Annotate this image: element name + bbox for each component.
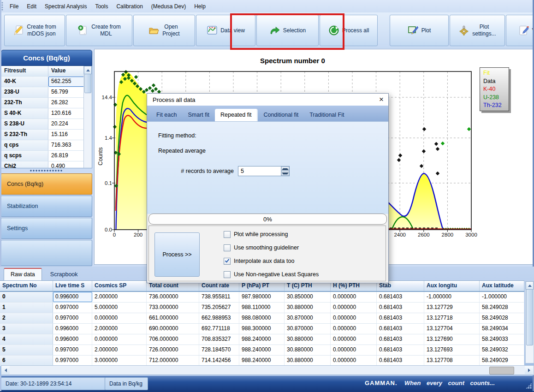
table-cell[interactable]: 58.249033	[480, 334, 524, 344]
table-cell[interactable]: 987.980000	[239, 292, 285, 302]
dialog-title-bar[interactable]: Process all data ×	[147, 94, 388, 106]
splitter-grip[interactable]	[1, 168, 92, 172]
table-cell[interactable]: 733.000000	[147, 303, 199, 313]
table-cell[interactable]: 13.127708	[424, 356, 480, 366]
table-cell[interactable]: 13.127690	[424, 334, 480, 344]
records-to-average-value[interactable]: 5	[238, 166, 281, 176]
toolbar-button-create-from-mdos-json[interactable]: Create from mDOS json	[4, 15, 65, 46]
table-cell[interactable]: 30.870000	[285, 324, 331, 334]
table-cell[interactable]: 0.681403	[377, 324, 424, 334]
menu-item-calibration[interactable]: Calibration	[112, 1, 147, 12]
table-cell[interactable]: 726.000000	[147, 345, 199, 355]
table-cell[interactable]: 738.955811	[199, 292, 239, 302]
menu-item-help[interactable]: Help	[190, 1, 210, 12]
table-cell[interactable]: 30.850000	[285, 292, 331, 302]
toolbar-button-data-view[interactable]: Data view	[196, 15, 255, 46]
checkbox-box[interactable]	[224, 271, 231, 278]
checkbox-use-non-negative-least-squares[interactable]: Use Non-negative Least Squares	[224, 270, 319, 279]
table-cell[interactable]: 0.681403	[377, 313, 424, 323]
table-cell[interactable]: 0.996000	[53, 334, 92, 344]
sidebar-item-settings[interactable]: Settings	[1, 218, 92, 239]
table-cell[interactable]: 728.184570	[199, 345, 239, 355]
menu-item-spectral-analysis[interactable]: Spectral Analysis	[41, 1, 91, 12]
toolbar-button-selection[interactable]: Selection	[256, 15, 319, 46]
table-cell[interactable]: 0.000000	[331, 303, 377, 313]
table-cell[interactable]: 988.080000	[239, 313, 285, 323]
toolbar-button-process-all[interactable]: Process all	[320, 15, 378, 46]
table-cell[interactable]: 1	[0, 303, 53, 313]
table-cell[interactable]: 5	[0, 345, 53, 355]
checkbox-box[interactable]	[224, 231, 231, 238]
table-cell[interactable]: 0.681403	[377, 356, 424, 366]
table-cell[interactable]: 58.249034	[480, 324, 524, 334]
records-to-average-stepper[interactable]: 5	[238, 166, 290, 176]
table-cell[interactable]: 690.000000	[147, 324, 199, 334]
scroll-right-icon[interactable]	[525, 366, 533, 374]
table-cell[interactable]: 712.000000	[147, 356, 199, 366]
table-cell[interactable]: 0.997000	[53, 303, 92, 313]
table-cell[interactable]: 4	[0, 334, 53, 344]
tab-smart-fit[interactable]: Smart fit	[182, 109, 215, 121]
table-cell[interactable]: 58.249032	[480, 345, 524, 355]
process-button[interactable]: Process >>	[154, 232, 200, 277]
spin-up-icon[interactable]	[281, 166, 289, 171]
table-cell[interactable]: 0.681403	[377, 292, 424, 302]
scroll-up-icon[interactable]	[526, 281, 534, 290]
table-cell[interactable]: 0.000000	[331, 313, 377, 323]
table-cell[interactable]: 58.249028	[480, 303, 524, 313]
menubar-drag-grip[interactable]	[1, 2, 4, 11]
tab-repeated-fit[interactable]: Repeated fit	[215, 109, 258, 121]
checkbox-interpolate-aux-data-too[interactable]: Interpolate aux data too	[224, 257, 294, 265]
table-cell[interactable]: 714.142456	[199, 356, 239, 366]
menu-item-medusa-dev[interactable]: (Medusa Dev)	[147, 1, 190, 12]
table-cell[interactable]: 0.000000	[331, 345, 377, 355]
table-cell[interactable]: 3.000000	[92, 356, 147, 366]
table-cell[interactable]: 30.880000	[285, 334, 331, 344]
table-cell[interactable]: 0.000000	[92, 334, 147, 344]
table-cell[interactable]: 662.988953	[199, 313, 239, 323]
resize-grip[interactable]	[526, 383, 532, 389]
toolbar-button-plot-settings[interactable]: Plot settings...	[450, 15, 505, 46]
table-cell[interactable]: 0.000000	[331, 292, 377, 302]
table-cell[interactable]: 988.240000	[239, 334, 285, 344]
tab-conditional-fit[interactable]: Conditional fit	[258, 109, 304, 121]
table-cell[interactable]: 2.000000	[92, 292, 147, 302]
toolbar-button-plot[interactable]: Plot	[390, 15, 449, 46]
raw-data-vscrollbar[interactable]	[525, 281, 534, 363]
scroll-up-icon[interactable]	[84, 66, 92, 74]
table-cell[interactable]: 58.249028	[480, 313, 524, 323]
table-cell[interactable]: -1.000000	[480, 292, 524, 302]
table-cell[interactable]: 0.000000	[331, 356, 377, 366]
checkbox-box[interactable]	[224, 244, 231, 251]
menu-item-tools[interactable]: Tools	[91, 1, 112, 12]
table-cell[interactable]: 0.996000	[53, 292, 92, 302]
table-cell[interactable]: 0.997000	[53, 356, 92, 366]
table-cell[interactable]: 3	[0, 324, 53, 334]
table-cell[interactable]: 0.997000	[53, 345, 92, 355]
table-cell[interactable]: 988.240000	[239, 356, 285, 366]
table-cell[interactable]: 0.996000	[53, 324, 92, 334]
table-cell[interactable]: 735.205627	[199, 303, 239, 313]
table-cell[interactable]: 0.000000	[331, 324, 377, 334]
sidebar-item-concs-bq-kg[interactable]: Concs (Bq/kg)	[1, 173, 92, 195]
table-cell[interactable]: 5.000000	[92, 303, 147, 313]
spin-down-icon[interactable]	[281, 171, 289, 176]
table-cell[interactable]: 0.681403	[377, 334, 424, 344]
scrollbar-thumb[interactable]	[84, 74, 91, 93]
fit-results-scrollbar[interactable]	[83, 66, 92, 168]
tab-traditional-fit[interactable]: Traditional Fit	[304, 109, 350, 121]
table-cell[interactable]: 30.880000	[285, 345, 331, 355]
table-cell[interactable]: 13.127693	[424, 345, 480, 355]
table-cell[interactable]: 30.870000	[285, 313, 331, 323]
table-cell[interactable]: 708.835327	[199, 334, 239, 344]
table-cell[interactable]: 988.240000	[239, 345, 285, 355]
checkbox-use-smoothing-guideliner[interactable]: Use smoothing guideliner	[224, 244, 299, 252]
table-cell[interactable]: 0	[0, 292, 53, 302]
sidebar-item-stabilization[interactable]: Stabilization	[1, 196, 92, 217]
toolbar-button-view-log[interactable]: View log	[506, 15, 534, 46]
scroll-left-icon[interactable]	[1, 366, 10, 374]
tab-fit-each[interactable]: Fit each	[151, 109, 182, 121]
table-cell[interactable]: 2	[0, 313, 53, 323]
table-cell[interactable]: 13.127704	[424, 324, 480, 334]
tab-scrapbook[interactable]: Scrapbook	[44, 269, 84, 280]
